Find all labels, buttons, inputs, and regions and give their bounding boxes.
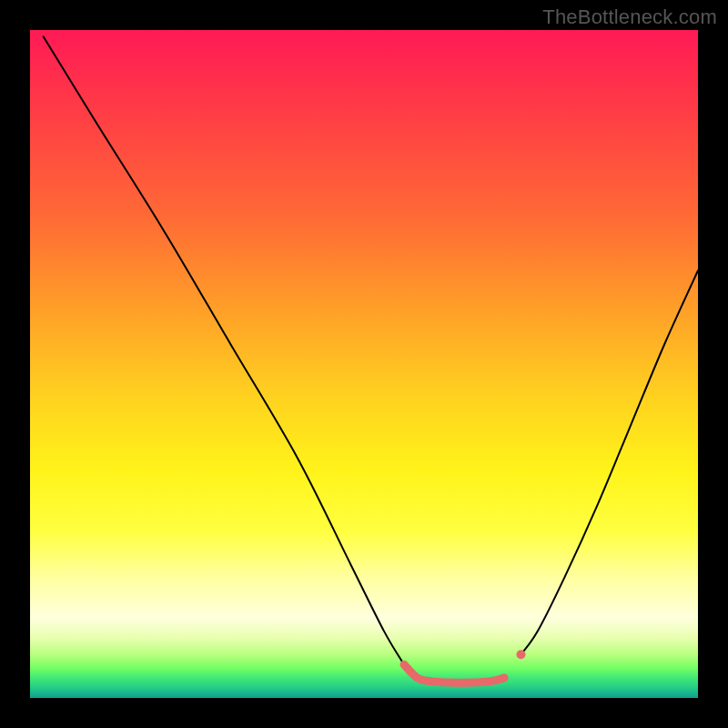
chart-frame: TheBottleneck.com — [0, 0, 728, 728]
right-curve-path — [521, 270, 698, 654]
curve-overlay — [30, 30, 698, 698]
left-curve-path — [44, 36, 404, 664]
valley-accent-dot — [516, 650, 525, 659]
watermark-text: TheBottleneck.com — [542, 5, 717, 29]
valley-accent-path — [404, 664, 504, 682]
